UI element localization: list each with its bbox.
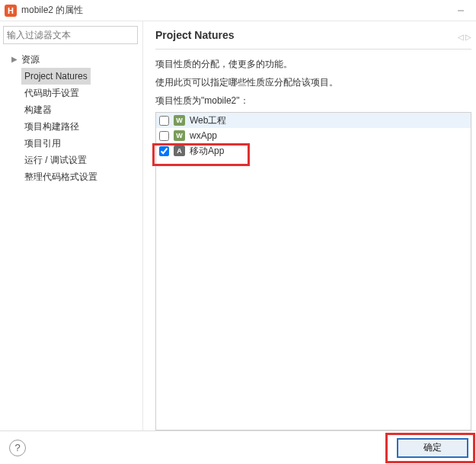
nature-row-web[interactable]: W Web工程: [156, 113, 471, 128]
tree-root-label: 资源: [21, 52, 40, 67]
chevron-right-icon: ▶: [11, 52, 18, 67]
nav-history: ◁ ▷: [458, 33, 471, 41]
body: ▶ 资源 Project Natures 代码助手设置 构建器 项目构建路径 项…: [0, 21, 476, 430]
tree-item-project-refs[interactable]: 项目引用: [21, 135, 142, 152]
tree-item-run-debug[interactable]: 运行 / 调试设置: [21, 152, 142, 168]
help-button[interactable]: ?: [9, 440, 26, 456]
titlebar: H mobile2 的属性: [0, 0, 476, 21]
nature-label: 移动App: [190, 145, 224, 158]
main-area: 项目性质的分配，使更多的功能。 使用此页可以指定哪些性质应分配给该项目。 项目性…: [155, 57, 471, 430]
ok-button[interactable]: 确定: [397, 438, 468, 458]
desc-line-1: 项目性质的分配，使更多的功能。: [155, 57, 471, 71]
window-title: mobile2 的属性: [21, 4, 83, 17]
footer: ? 确定: [0, 430, 476, 464]
app-icon: H: [5, 5, 17, 17]
back-icon[interactable]: ◁: [458, 33, 464, 41]
nature-checkbox-mobile-app[interactable]: [159, 146, 169, 156]
fwd-icon[interactable]: ▷: [465, 33, 471, 41]
desc-line-3: 项目性质为"mobile2"：: [155, 94, 471, 107]
tree-item-code-format[interactable]: 整理代码格式设置: [21, 168, 142, 185]
tree-root-resources[interactable]: ▶ 资源: [11, 51, 142, 68]
desc-line-2: 使用此页可以指定哪些性质应分配给该项目。: [155, 75, 471, 89]
nature-label: wxApp: [190, 130, 217, 141]
badge-w-icon: W: [174, 130, 185, 141]
tree-children: Project Natures 代码助手设置 构建器 项目构建路径 项目引用 运…: [11, 68, 142, 185]
tree-item-label: Project Natures: [21, 68, 91, 85]
badge-a-icon: A: [174, 146, 185, 156]
tree-item-project-natures[interactable]: Project Natures: [21, 68, 142, 85]
tree-item-code-assist[interactable]: 代码助手设置: [21, 85, 142, 101]
badge-w-icon: W: [174, 115, 185, 126]
nature-checkbox-web[interactable]: [159, 116, 169, 126]
nav-tree: ▶ 资源 Project Natures 代码助手设置 构建器 项目构建路径 项…: [0, 46, 142, 430]
main-header: Project Natures ◁ ▷: [155, 29, 471, 50]
main-panel: Project Natures ◁ ▷ 项目性质的分配，使更多的功能。 使用此页…: [143, 21, 476, 430]
tree-item-builders[interactable]: 构建器: [21, 101, 142, 118]
nature-checkbox-wxapp[interactable]: [159, 131, 169, 141]
nature-row-wxapp[interactable]: W wxApp: [156, 128, 471, 143]
filter-box: [3, 26, 138, 44]
page-title: Project Natures: [155, 29, 234, 41]
filter-input[interactable]: [7, 30, 134, 40]
nature-label: Web工程: [190, 114, 226, 127]
natures-list: W Web工程 W wxApp A 移动App: [155, 112, 471, 430]
nature-row-mobile-app[interactable]: A 移动App: [156, 143, 471, 158]
sidebar: ▶ 资源 Project Natures 代码助手设置 构建器 项目构建路径 项…: [0, 21, 143, 430]
tree-item-build-path[interactable]: 项目构建路径: [21, 118, 142, 135]
minimize-button[interactable]: [450, 3, 471, 18]
